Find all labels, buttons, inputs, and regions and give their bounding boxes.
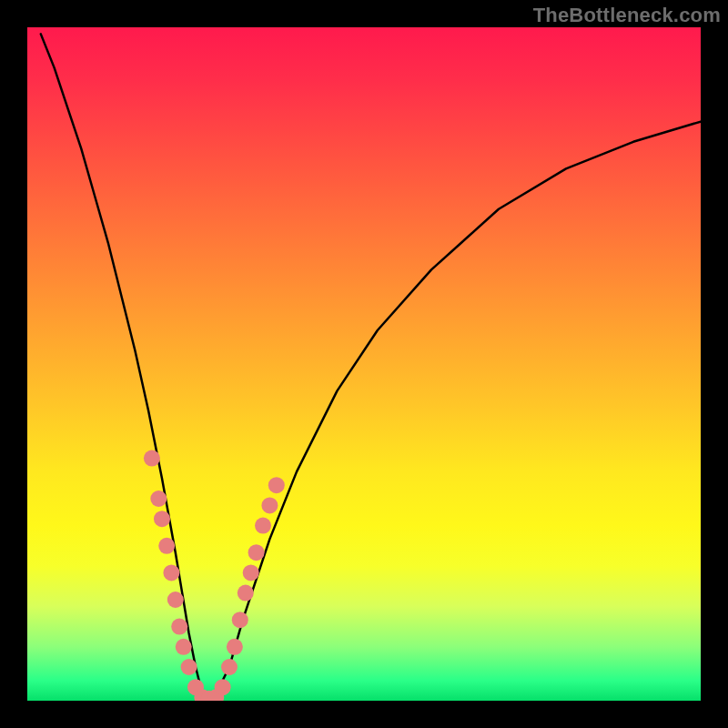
marker-dot (163, 564, 179, 581)
chart-frame: TheBottleneck.com (0, 0, 728, 728)
marker-dot (227, 639, 243, 655)
marker-dot (171, 619, 187, 635)
chart-svg (27, 27, 701, 701)
highlight-dots (144, 450, 285, 701)
marker-dot (181, 659, 197, 675)
marker-dot (248, 544, 265, 561)
marker-dot (144, 450, 160, 467)
bottleneck-curve (41, 34, 701, 701)
marker-dot (268, 477, 285, 493)
curve-path (41, 34, 701, 701)
marker-dot (176, 639, 192, 655)
marker-dot (154, 511, 170, 527)
marker-dot (238, 585, 254, 602)
plot-area (27, 27, 701, 701)
marker-dot (167, 592, 184, 608)
marker-dot (150, 490, 167, 507)
marker-dot (158, 538, 175, 554)
watermark: TheBottleneck.com (533, 4, 721, 27)
marker-dot (261, 497, 278, 513)
marker-dot (215, 679, 231, 695)
marker-dot (221, 659, 238, 675)
marker-dot (232, 612, 248, 628)
marker-dot (243, 564, 259, 581)
marker-dot (255, 518, 271, 534)
